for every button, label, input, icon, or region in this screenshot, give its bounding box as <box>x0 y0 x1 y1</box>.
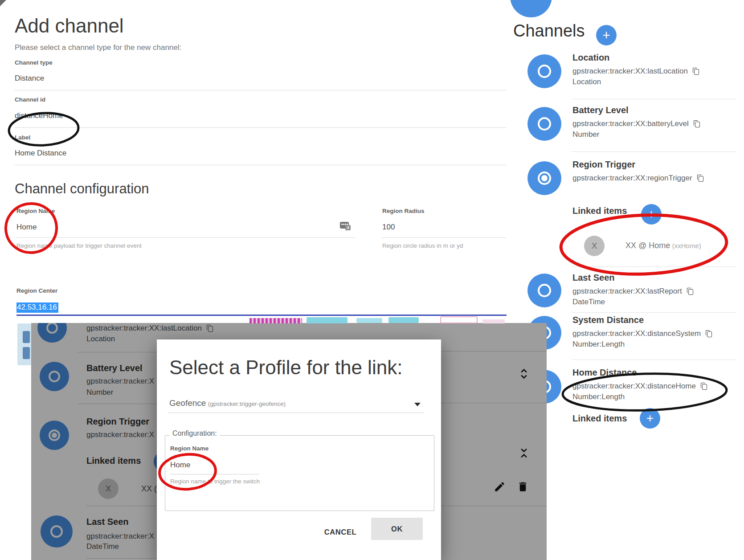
artifact-corner-mark <box>0 0 6 6</box>
copy-icon[interactable] <box>706 330 712 338</box>
linked-items-label: Linked items <box>572 413 627 424</box>
artifact-cyan-block <box>388 317 419 323</box>
linked-items-label: Linked items <box>572 206 627 216</box>
ok-button[interactable]: OK <box>371 518 423 540</box>
channel-type-underline <box>15 90 507 90</box>
dialog-region-name-hint: Region name to trigger the switch <box>170 478 260 485</box>
add-linked-item-button[interactable]: + <box>640 408 660 429</box>
region-radius-label: Region Radius <box>382 208 425 214</box>
divider <box>572 99 736 99</box>
divider <box>572 360 736 360</box>
region-center-focus-underline <box>16 315 507 316</box>
channel-id-label: Channel id <box>15 96 45 103</box>
config-section-title: Channel configuration <box>15 181 149 197</box>
region-name-underline <box>16 237 355 238</box>
dialog-title: Select a Profile for the link: <box>169 356 402 379</box>
divider <box>572 312 736 313</box>
dialog-region-name-underline <box>170 474 259 474</box>
linked-item-row[interactable]: XX @ Home (xxHome) <box>625 241 701 250</box>
fieldset-legend: Configuration: <box>169 429 220 437</box>
profile-select-underline <box>168 413 424 413</box>
region-name-input[interactable]: Home <box>16 223 37 232</box>
region-center-input[interactable]: 42.53,16.16 <box>16 302 58 313</box>
intro-text: Please select a channel type for the new… <box>15 43 181 52</box>
channel-item-location[interactable]: Location gpstracker:tracker:XX:lastLocat… <box>511 53 742 86</box>
channels-heading: Channels <box>513 21 585 41</box>
region-name-label: Region Name <box>16 208 55 214</box>
artifact-cyan-block <box>356 318 382 323</box>
label-field-underline <box>15 165 507 165</box>
page-title: Add channel <box>15 15 124 37</box>
divider <box>572 151 736 152</box>
dialog-region-name-input[interactable]: Home <box>170 461 190 470</box>
region-radius-input[interactable]: 100 <box>382 223 395 232</box>
page: Add channel Please select a channel type… <box>0 0 744 560</box>
linked-item-avatar[interactable]: X <box>584 236 605 256</box>
cancel-button[interactable]: CANCEL <box>314 523 367 541</box>
divider <box>572 266 736 267</box>
channel-id-input[interactable]: distanceHome <box>15 111 63 120</box>
add-linked-item-button[interactable]: + <box>641 204 662 225</box>
form-filler-icon[interactable]: 3 <box>340 222 351 230</box>
copy-icon[interactable] <box>687 288 693 295</box>
channel-type-value[interactable]: Distance <box>15 74 44 83</box>
copy-icon[interactable] <box>697 175 703 182</box>
region-radius-underline <box>381 237 506 238</box>
region-radius-hint: Region circle radius in m or yd <box>382 242 463 249</box>
artifact-pink-box <box>440 316 478 323</box>
copy-icon[interactable] <box>701 383 707 390</box>
profile-select[interactable]: Geofence (gpstracker:trigger-geofence) <box>169 398 286 408</box>
dialog-region-name-label: Region Name <box>170 445 208 452</box>
channel-type-label: Channel type <box>15 59 53 66</box>
artifact-pink-strip <box>482 319 505 323</box>
label-field-input[interactable]: Home Distance <box>15 149 66 158</box>
channel-id-underline <box>15 127 507 128</box>
artifact-magenta-text <box>249 318 302 323</box>
profile-dialog: Select a Profile for the link: Geofence … <box>157 339 441 560</box>
artifact-cyan-block <box>307 317 347 323</box>
map-widget[interactable] <box>17 323 31 365</box>
copy-icon[interactable] <box>694 120 700 128</box>
dropdown-caret-icon[interactable] <box>414 403 421 406</box>
channel-item-region-trigger[interactable]: Region Trigger gpstracker:tracker:XX:reg… <box>511 159 742 183</box>
copy-icon[interactable] <box>693 68 699 75</box>
label-field-label: Label <box>15 134 30 141</box>
add-channel-button[interactable]: + <box>596 25 617 45</box>
decorative-circle <box>510 0 552 17</box>
region-center-label: Region Center <box>16 287 57 294</box>
channel-item-last-seen[interactable]: Last Seen gpstracker:tracker:XX:lastRepo… <box>511 273 742 307</box>
channel-item-battery[interactable]: Battery Level gpstracker:tracker:XX:batt… <box>511 105 742 139</box>
region-name-hint: Region name payload for trigger channel … <box>16 242 142 249</box>
